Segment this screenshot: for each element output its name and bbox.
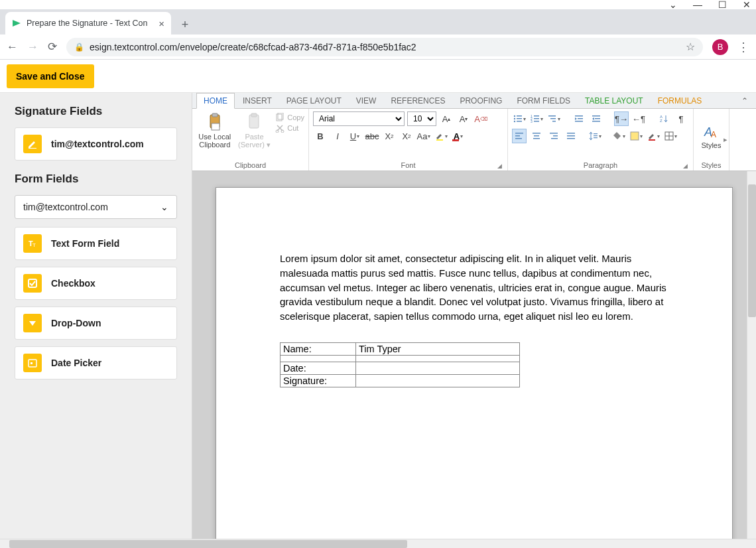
window-maximize-icon[interactable]: ☐ [718,0,727,10]
svg-rect-7 [31,362,32,364]
form-field-text[interactable]: TT Text Form Field [15,227,177,260]
styles-group-label: Styles [698,160,725,169]
shrink-font-button[interactable]: A▾ [456,111,471,126]
ribbon-tab-references[interactable]: REFERENCES [384,94,452,108]
ribbon-tab-form-fields[interactable]: FORM FIELDS [510,94,577,108]
svg-rect-46 [533,133,540,134]
styles-label: Styles [702,141,722,149]
save-and-close-button[interactable]: Save and Close [7,64,94,88]
new-tab-button[interactable]: + [175,15,195,34]
grow-font-button[interactable]: A▴ [439,111,454,126]
date-value-cell[interactable] [356,362,520,374]
align-center-button[interactable] [529,129,544,143]
ribbon-tab-formulas[interactable]: FORMULAS [651,94,709,108]
multilevel-list-button[interactable]: ▾ [546,111,561,126]
svg-rect-39 [595,118,600,119]
font-dialog-launcher-icon[interactable]: ◢ [497,163,502,169]
signature-table[interactable]: Name:Tim Typer Date: Signature: [280,342,520,387]
scrollbar-thumb[interactable] [748,184,756,317]
numbered-list-button[interactable]: 123▾ [529,111,544,126]
ribbon-tabs: HOME INSERT PAGE LAYOUT VIEW REFERENCES … [192,93,756,109]
svg-marker-34 [575,117,577,120]
align-justify-button[interactable] [564,129,578,143]
bookmark-star-icon[interactable]: ☆ [686,40,695,53]
profile-avatar[interactable]: B [712,39,728,55]
borders-button[interactable]: ▾ [663,129,678,143]
tab-close-icon[interactable]: × [158,18,164,29]
svg-point-22 [513,121,515,122]
document-page[interactable]: Lorem ipsum dolor sit amet, consectetur … [216,187,733,539]
change-case-button[interactable]: Aa▾ [416,129,431,143]
superscript-button[interactable]: X2 [399,129,414,143]
svg-rect-57 [594,137,598,138]
increase-indent-button[interactable] [589,111,603,126]
ribbon-tab-proofing[interactable]: PROOFING [453,94,509,108]
frame-line-color-button[interactable]: ▾ [646,129,661,143]
styles-icon: AA [703,123,720,140]
paste-server-button[interactable]: Paste (Server) ▾ [236,111,273,160]
text-field-icon: TT [23,234,42,253]
strikethrough-button[interactable]: abc [365,129,379,143]
scrollbar-thumb[interactable] [9,540,407,548]
align-right-button[interactable] [546,129,561,143]
styles-button[interactable]: AA Styles [698,111,725,160]
align-left-button[interactable] [512,129,527,143]
copy-icon [275,113,284,122]
font-color-button[interactable]: A▾ [451,129,466,143]
form-fields-recipient-select[interactable]: tim@textcontrol.com ⌄ [15,195,177,219]
clear-formatting-button[interactable]: A⌫ [473,111,488,126]
use-local-clipboard-button[interactable]: Use Local Clipboard [196,111,233,160]
date-picker-icon [23,354,42,372]
rtl-button[interactable]: ←¶ [631,111,646,126]
form-field-dropdown[interactable]: Drop-Down [15,307,177,340]
browser-tab[interactable]: Prepare the Signature - Text Con × [5,12,171,34]
bold-button[interactable]: B [313,129,328,143]
ribbon-tab-home[interactable]: HOME [196,93,235,109]
ribbon-tab-insert[interactable]: INSERT [236,94,279,108]
italic-button[interactable]: I [330,129,345,143]
ribbon-collapse-icon[interactable]: ⌃ [733,94,756,108]
window-close-icon[interactable]: ✕ [743,0,751,10]
browser-menu-icon[interactable]: ⋮ [737,40,749,54]
form-field-checkbox[interactable]: Checkbox [15,267,177,300]
frame-fill-button[interactable]: ▾ [629,129,643,143]
forward-icon[interactable]: → [27,40,38,54]
font-name-select[interactable]: Arial [313,111,405,126]
sort-button[interactable]: AZ [657,111,671,126]
bullet-list-button[interactable]: ▾ [512,111,527,126]
subscript-button[interactable]: X2 [382,129,397,143]
svg-rect-49 [550,133,558,134]
signature-field-card[interactable]: tim@textcontrol.com [15,127,177,161]
window-horizontal-scrollbar[interactable] [0,539,756,548]
copy-button[interactable]: Copy [275,113,304,122]
document-viewport[interactable]: Lorem ipsum dolor sit amet, consectetur … [192,171,756,539]
window-dropdown-icon[interactable]: ⌄ [669,0,677,10]
ribbon-tab-page-layout[interactable]: PAGE LAYOUT [280,94,348,108]
shading-button[interactable]: ▾ [611,129,626,143]
reload-icon[interactable]: ⟳ [48,40,57,54]
svg-rect-31 [550,118,556,119]
window-minimize-icon[interactable]: — [693,0,702,10]
ribbon-tab-view[interactable]: VIEW [349,94,383,108]
paragraph-dialog-launcher-icon[interactable]: ◢ [683,163,688,169]
underline-button[interactable]: U▾ [347,129,362,143]
styles-expand-icon[interactable]: ▸ [724,135,727,144]
cut-button[interactable]: Cut [275,123,304,133]
form-field-datepicker[interactable]: Date Picker [15,346,177,379]
signature-value-cell[interactable] [356,374,520,387]
address-bar[interactable]: 🔒 esign.textcontrol.com/envelope/create/… [66,38,703,56]
name-value-cell[interactable]: Tim Typer [356,342,520,355]
line-spacing-button[interactable]: ▾ [588,129,602,143]
svg-rect-55 [594,133,598,134]
decrease-indent-button[interactable] [572,111,586,126]
ltr-button[interactable]: ¶→ [614,111,629,126]
font-size-select[interactable]: 10 [407,111,436,126]
signature-icon [23,135,42,153]
ribbon-tab-table-layout[interactable]: TABLE LAYOUT [578,94,650,108]
show-marks-button[interactable]: ¶ [674,111,688,126]
editor-vertical-scrollbar[interactable] [747,171,756,539]
highlight-button[interactable]: ▾ [434,129,448,143]
svg-rect-30 [548,115,556,117]
svg-rect-29 [534,121,539,122]
back-icon[interactable]: ← [7,40,18,54]
